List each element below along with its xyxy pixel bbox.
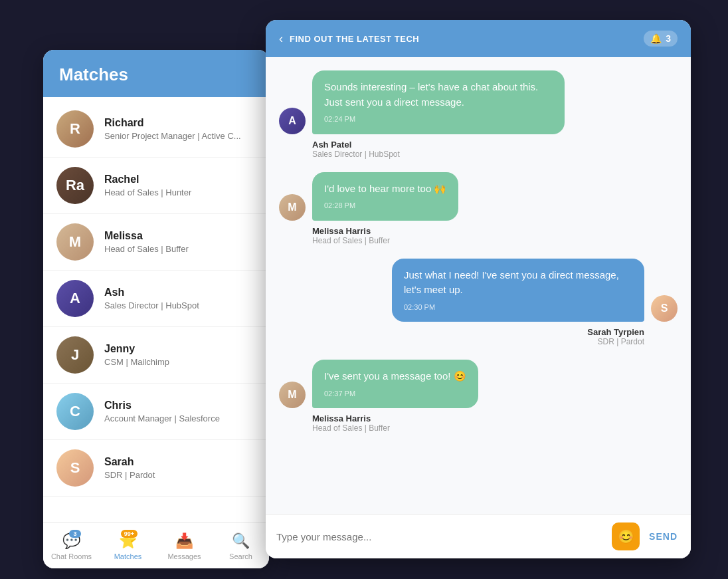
msg-row-msg1: A Sounds interesting – let's have a chat… xyxy=(279,70,678,134)
msg-sender-info-msg2: Melissa Harris Head of Sales | Buffer xyxy=(279,226,678,245)
msg-bubble-msg3: Just what I need! I've sent you a direct… xyxy=(392,259,644,322)
matches-title: Matches xyxy=(59,64,253,85)
sender-name-msg3: Sarah Tyrpien xyxy=(279,327,644,337)
msg-row-msg4: M I've sent you a message too! 😊 02:37 P… xyxy=(279,360,678,408)
emoji-button[interactable]: 😊 xyxy=(612,522,640,550)
msg-bubble-msg2: I'd love to hear more too 🙌 02:28 PM xyxy=(312,172,458,221)
nav-item-matches[interactable]: 99+ ⭐ Matches xyxy=(100,530,156,563)
nav-item-search[interactable]: 🔍 Search xyxy=(213,530,269,563)
nav-label-matches: Matches xyxy=(114,552,142,560)
msg-group-msg4: M I've sent you a message too! 😊 02:37 P… xyxy=(279,360,678,433)
match-role-richard: Senior Project Manager | Active C... xyxy=(104,131,256,141)
send-button[interactable]: SEND xyxy=(646,526,680,547)
chat-messages: A Sounds interesting – let's have a chat… xyxy=(266,57,691,514)
match-role-rachel: Head of Sales | Hunter xyxy=(104,187,256,197)
match-avatar-ash: A xyxy=(56,280,94,317)
msg-row-msg2: M I'd love to hear more too 🙌 02:28 PM xyxy=(279,172,678,221)
msg-time-msg4: 02:37 PM xyxy=(324,388,466,400)
match-info-richard: Richard Senior Project Manager | Active … xyxy=(104,117,256,141)
match-item-melissa[interactable]: M Melissa Head of Sales | Buffer xyxy=(43,214,269,271)
chat-panel: ‹ FIND OUT THE LATEST TECH 🔔 3 A Sounds … xyxy=(266,20,691,558)
match-avatar-chris: C xyxy=(56,393,94,430)
match-role-melissa: Head of Sales | Buffer xyxy=(104,244,256,254)
nav-icon-search: 🔍 xyxy=(232,532,250,550)
sender-role-msg4: Head of Sales | Buffer xyxy=(312,423,678,433)
match-avatar-melissa: M xyxy=(56,223,94,261)
match-role-jenny: CSM | Mailchimp xyxy=(104,357,256,367)
nav-label-messages: Messages xyxy=(167,552,201,560)
match-info-ash: Ash Sales Director | HubSpot xyxy=(104,287,256,310)
match-item-chris[interactable]: C Chris Account Manager | Salesforce xyxy=(43,384,269,440)
match-avatar-rachel: Ra xyxy=(56,167,94,204)
match-item-sarah[interactable]: S Sarah SDR | Pardot xyxy=(43,440,269,497)
sender-name-msg1: Ash Patel xyxy=(312,140,678,150)
match-role-chris: Account Manager | Salesforce xyxy=(104,413,256,423)
match-info-rachel: Rachel Head of Sales | Hunter xyxy=(104,174,256,197)
match-info-melissa: Melissa Head of Sales | Buffer xyxy=(104,230,256,254)
msg-group-msg2: M I'd love to hear more too 🙌 02:28 PM M… xyxy=(279,172,678,245)
sender-role-msg1: Sales Director | HubSpot xyxy=(312,150,678,159)
match-item-rachel[interactable]: Ra Rachel Head of Sales | Hunter xyxy=(43,158,269,214)
chat-header: ‹ FIND OUT THE LATEST TECH 🔔 3 xyxy=(266,20,691,57)
msg-text-msg1: Sounds interesting – let's have a chat a… xyxy=(324,81,538,108)
bell-icon: 🔔 xyxy=(650,33,662,44)
match-item-richard[interactable]: R Richard Senior Project Manager | Activ… xyxy=(43,101,269,158)
match-item-jenny[interactable]: J Jenny CSM | Mailchimp xyxy=(43,327,269,384)
nav-icon-messages: 📥 xyxy=(175,532,193,550)
msg-group-msg1: A Sounds interesting – let's have a chat… xyxy=(279,70,678,159)
match-info-sarah: Sarah SDR | Pardot xyxy=(104,456,256,480)
match-avatar-richard: R xyxy=(56,110,94,148)
match-info-chris: Chris Account Manager | Salesforce xyxy=(104,400,256,423)
match-role-sarah: SDR | Pardot xyxy=(104,470,256,480)
msg-text-msg3: Just what I need! I've sent you a direct… xyxy=(404,269,619,296)
msg-text-msg4: I've sent you a message too! 😊 xyxy=(324,370,466,382)
msg-sender-info-msg4: Melissa Harris Head of Sales | Buffer xyxy=(279,413,678,433)
notification-badge[interactable]: 🔔 3 xyxy=(644,31,678,47)
match-name-chris: Chris xyxy=(104,400,256,411)
sender-role-msg2: Head of Sales | Buffer xyxy=(312,236,678,245)
matches-header: Matches xyxy=(43,50,269,97)
notif-count: 3 xyxy=(666,33,671,44)
msg-avatar-msg4: M xyxy=(279,382,306,408)
match-name-sarah: Sarah xyxy=(104,456,256,468)
sender-name-msg2: Melissa Harris xyxy=(312,226,678,236)
msg-avatar-msg3: S xyxy=(651,295,678,322)
msg-time-msg1: 02:24 PM xyxy=(324,114,553,125)
nav-badge-matches: 99+ xyxy=(121,530,137,538)
match-item-ash[interactable]: A Ash Sales Director | HubSpot xyxy=(43,271,269,327)
match-name-jenny: Jenny xyxy=(104,343,256,355)
message-input[interactable] xyxy=(276,531,605,542)
sender-name-msg4: Melissa Harris xyxy=(312,413,678,423)
nav-item-messages[interactable]: 📥 Messages xyxy=(156,530,213,563)
match-avatar-sarah: S xyxy=(56,449,94,487)
matches-panel: Matches R Richard Senior Project Manager… xyxy=(43,50,269,568)
match-name-ash: Ash xyxy=(104,287,256,298)
match-info-jenny: Jenny CSM | Mailchimp xyxy=(104,343,256,367)
bottom-nav: 3 💬 Chat Rooms 99+ ⭐ Matches 📥 Messages … xyxy=(43,522,269,568)
msg-time-msg2: 02:28 PM xyxy=(324,200,446,211)
msg-bubble-msg1: Sounds interesting – let's have a chat a… xyxy=(312,70,565,134)
nav-label-search: Search xyxy=(229,552,252,560)
match-avatar-jenny: J xyxy=(56,336,94,374)
matches-list: R Richard Senior Project Manager | Activ… xyxy=(43,97,269,522)
msg-time-msg3: 02:30 PM xyxy=(404,302,632,313)
chat-room-title: FIND OUT THE LATEST TECH xyxy=(290,34,419,44)
sender-role-msg3: SDR | Pardot xyxy=(279,337,644,346)
match-name-melissa: Melissa xyxy=(104,230,256,242)
nav-label-chat-rooms: Chat Rooms xyxy=(51,552,92,560)
nav-item-chat-rooms[interactable]: 3 💬 Chat Rooms xyxy=(43,530,100,563)
msg-sender-info-msg1: Ash Patel Sales Director | HubSpot xyxy=(279,140,678,159)
match-name-richard: Richard xyxy=(104,117,256,129)
msg-avatar-msg1: A xyxy=(279,108,306,134)
chat-header-left: ‹ FIND OUT THE LATEST TECH xyxy=(279,32,419,46)
msg-group-msg3: S Just what I need! I've sent you a dire… xyxy=(279,259,678,347)
match-role-ash: Sales Director | HubSpot xyxy=(104,300,256,310)
msg-row-msg3: S Just what I need! I've sent you a dire… xyxy=(279,259,678,322)
match-name-rachel: Rachel xyxy=(104,174,256,185)
chat-input-area: 😊 SEND xyxy=(266,514,691,558)
msg-text-msg2: I'd love to hear more too 🙌 xyxy=(324,183,446,194)
nav-badge-chat-rooms: 3 xyxy=(69,530,81,538)
msg-bubble-msg4: I've sent you a message too! 😊 02:37 PM xyxy=(312,360,478,408)
msg-avatar-msg2: M xyxy=(279,194,306,221)
back-arrow-icon[interactable]: ‹ xyxy=(279,32,283,46)
